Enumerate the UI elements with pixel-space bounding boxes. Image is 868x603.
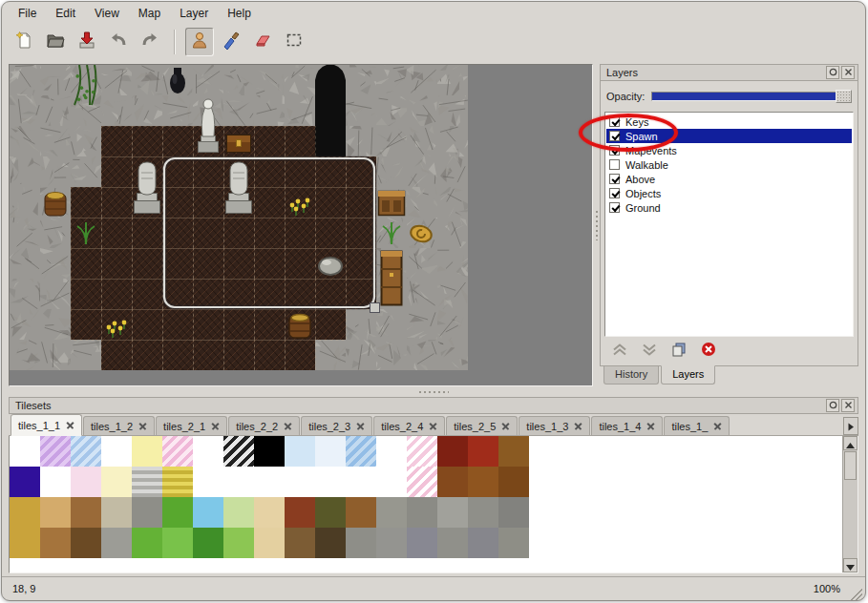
tileset-tile[interactable] <box>315 436 346 467</box>
tileset-tile[interactable] <box>193 436 223 467</box>
tileset-tile[interactable] <box>10 436 40 467</box>
tileset-tile[interactable] <box>40 497 71 528</box>
menu-item-layer[interactable]: Layer <box>171 4 217 23</box>
tileset-tile[interactable] <box>40 436 71 467</box>
layer-row-mapevents[interactable]: Mapevents <box>606 143 852 157</box>
tileset-tab[interactable]: tiles_1_2 <box>83 416 155 435</box>
layer-checkbox[interactable] <box>609 202 620 213</box>
tileset-tile[interactable] <box>285 436 315 467</box>
scroll-down-button[interactable] <box>843 558 857 572</box>
tileset-tile[interactable] <box>162 497 193 528</box>
tileset-tile[interactable] <box>132 467 162 497</box>
layer-checkbox[interactable] <box>609 159 620 170</box>
layer-row-ground[interactable]: Ground <box>606 200 852 215</box>
layer-row-objects[interactable]: Objects <box>606 186 852 200</box>
tileset-tab[interactable]: tiles_2_4 <box>373 416 445 435</box>
tileset-tile[interactable] <box>254 528 285 558</box>
tileset-tab[interactable]: tiles_1_ <box>664 416 730 435</box>
vertical-splitter[interactable] <box>593 64 600 386</box>
layer-checkbox[interactable] <box>609 145 620 156</box>
menu-item-help[interactable]: Help <box>219 4 260 23</box>
layer-checkbox[interactable] <box>609 116 620 127</box>
eraser-tool-button[interactable] <box>248 28 277 56</box>
tileset-tile[interactable] <box>71 528 101 558</box>
detach-panel-button[interactable] <box>826 399 839 412</box>
menu-item-map[interactable]: Map <box>130 4 169 23</box>
tileset-tile[interactable] <box>223 436 254 467</box>
tileset-tile[interactable] <box>10 528 40 558</box>
tileset-tile[interactable] <box>132 436 162 467</box>
layer-checkbox[interactable] <box>609 131 620 141</box>
tileset-tab[interactable]: tiles_1_1 <box>11 414 82 436</box>
tileset-tile[interactable] <box>101 467 132 497</box>
tab-close-icon[interactable] <box>284 422 292 430</box>
tileset-tab[interactable]: tiles_2_2 <box>228 416 300 435</box>
tileset-tile[interactable] <box>162 467 193 497</box>
tileset-tile[interactable] <box>285 528 315 558</box>
layer-row-walkable[interactable]: Walkable <box>606 157 852 172</box>
tab-scroll-right-button[interactable] <box>843 417 858 435</box>
tileset-tile[interactable] <box>193 497 223 528</box>
scrollbar-thumb[interactable] <box>844 451 857 480</box>
tileset-tile[interactable] <box>376 467 407 497</box>
tileset-tile[interactable] <box>223 497 254 528</box>
menu-item-file[interactable]: File <box>10 4 45 23</box>
tileset-tile[interactable] <box>285 467 315 497</box>
tab-close-icon[interactable] <box>574 422 582 430</box>
close-panel-button[interactable] <box>841 399 855 412</box>
tileset-tile[interactable] <box>162 436 193 467</box>
tileset-tab[interactable]: tiles_2_5 <box>446 416 518 435</box>
tileset-tile[interactable] <box>315 497 346 528</box>
tileset-tile[interactable] <box>468 467 498 497</box>
opacity-slider[interactable] <box>651 92 852 101</box>
tileset-tile[interactable] <box>468 436 498 467</box>
tileset-tile[interactable] <box>40 528 71 558</box>
tileset-tile[interactable] <box>71 497 101 528</box>
tileset-tile[interactable] <box>437 467 468 497</box>
move-layer-down-button[interactable] <box>642 343 657 360</box>
map-viewport[interactable] <box>9 64 593 386</box>
tileset-tile[interactable] <box>437 528 468 558</box>
stamp-tool-button[interactable] <box>185 28 214 56</box>
tileset-tab[interactable]: tiles_2_1 <box>156 416 227 435</box>
tileset-scrollbar[interactable] <box>842 436 857 572</box>
tileset-tile[interactable] <box>132 497 162 528</box>
tileset-tile[interactable] <box>10 467 40 497</box>
layer-checkbox[interactable] <box>609 174 620 184</box>
tileset-tab[interactable]: tiles_2_3 <box>301 416 372 435</box>
open-button[interactable] <box>41 28 70 56</box>
tileset-tile[interactable] <box>376 528 407 558</box>
tileset-tile[interactable] <box>468 497 498 528</box>
delete-layer-button[interactable] <box>701 342 716 361</box>
tileset-tile[interactable] <box>498 528 529 558</box>
tileset-tile[interactable] <box>376 497 407 528</box>
tileset-tile[interactable] <box>254 467 285 497</box>
tileset-tile[interactable] <box>407 497 437 528</box>
fill-tool-button[interactable] <box>217 28 245 56</box>
layer-row-spawn[interactable]: Spawn <box>606 129 852 143</box>
select-tool-button[interactable] <box>280 28 308 56</box>
undo-button[interactable] <box>104 28 133 56</box>
tileset-tile[interactable] <box>498 436 529 467</box>
tileset-tile[interactable] <box>346 467 376 497</box>
tileset-tile[interactable] <box>437 497 468 528</box>
tab-close-icon[interactable] <box>713 422 722 430</box>
move-layer-up-button[interactable] <box>612 343 627 360</box>
tab-close-icon[interactable] <box>356 422 365 430</box>
tileset-tile[interactable] <box>407 528 437 558</box>
tileset-tile[interactable] <box>315 467 346 497</box>
tab-close-icon[interactable] <box>501 422 510 430</box>
tileset-tile[interactable] <box>376 436 407 467</box>
tileset-tile[interactable] <box>223 467 254 497</box>
window-resize-grip[interactable] <box>848 586 862 600</box>
tileset-tile[interactable] <box>162 528 193 558</box>
detach-panel-button[interactable] <box>826 66 839 79</box>
tileset-tab[interactable]: tiles_1_3 <box>519 416 590 435</box>
map-canvas[interactable] <box>10 65 468 370</box>
tileset-tile[interactable] <box>254 497 285 528</box>
tab-close-icon[interactable] <box>211 422 220 430</box>
tileset-tile[interactable] <box>223 528 254 558</box>
tileset-tab[interactable]: tiles_1_4 <box>591 416 663 435</box>
new-file-button[interactable] <box>10 28 38 56</box>
redo-button[interactable] <box>136 28 164 56</box>
